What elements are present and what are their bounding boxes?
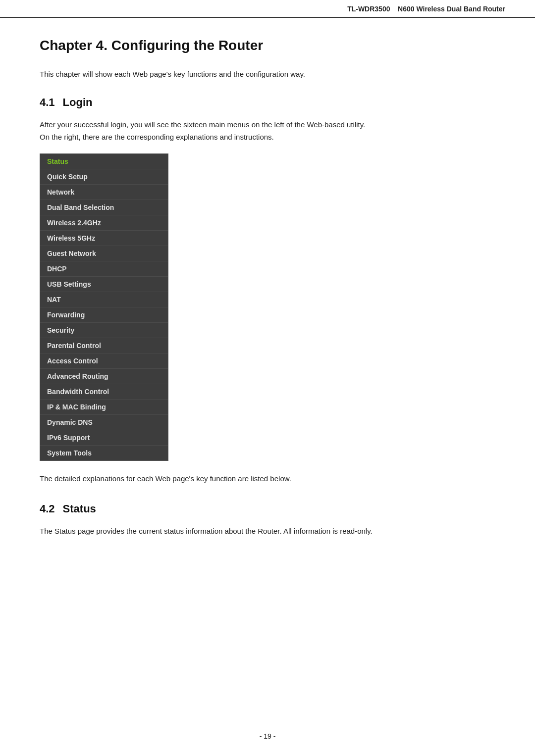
menu-item-advanced-routing[interactable]: Advanced Routing [40, 369, 168, 384]
menu-item-ip--mac-binding[interactable]: IP & MAC Binding [40, 400, 168, 415]
section-login-heading: 4.1 Login [40, 96, 495, 109]
menu-item-bandwidth-control[interactable]: Bandwidth Control [40, 384, 168, 400]
menu-item-dual-band-selection[interactable]: Dual Band Selection [40, 200, 168, 215]
section-login-title: Login [63, 96, 93, 109]
section-login-number: 4.1 [40, 96, 55, 109]
menu-item-wireless-5ghz[interactable]: Wireless 5GHz [40, 231, 168, 246]
chapter-intro: This chapter will show each Web page's k… [40, 68, 495, 80]
menu-item-guest-network[interactable]: Guest Network [40, 246, 168, 261]
nav-menu: StatusQuick SetupNetworkDual Band Select… [40, 153, 168, 461]
section-status-heading: 4.2 Status [40, 503, 495, 515]
menu-item-ipv6-support[interactable]: IPv6 Support [40, 430, 168, 446]
section-status-body: The Status page provides the current sta… [40, 525, 495, 538]
header-model: TL-WDR3500 N600 Wireless Dual Band Route… [347, 5, 505, 13]
menu-item-quick-setup[interactable]: Quick Setup [40, 169, 168, 185]
menu-item-security[interactable]: Security [40, 323, 168, 338]
menu-item-forwarding[interactable]: Forwarding [40, 307, 168, 323]
menu-item-status[interactable]: Status [40, 154, 168, 169]
chapter-title: Chapter 4. Configuring the Router [40, 38, 495, 53]
menu-item-access-control[interactable]: Access Control [40, 353, 168, 369]
header-bar: TL-WDR3500 N600 Wireless Dual Band Route… [0, 0, 535, 18]
menu-item-usb-settings[interactable]: USB Settings [40, 277, 168, 292]
model-name: N600 Wireless Dual Band Router [398, 5, 505, 13]
section-status-title: Status [63, 503, 96, 515]
menu-item-dynamic-dns[interactable]: Dynamic DNS [40, 415, 168, 430]
page-number: - 19 - [260, 732, 276, 740]
menu-item-parental-control[interactable]: Parental Control [40, 338, 168, 353]
after-menu-text: The detailed explanations for each Web p… [40, 473, 495, 485]
page-container: TL-WDR3500 N600 Wireless Dual Band Route… [0, 0, 535, 756]
section-login-body1: After your successful login, you will se… [40, 119, 495, 144]
menu-item-dhcp[interactable]: DHCP [40, 261, 168, 277]
menu-item-network[interactable]: Network [40, 185, 168, 200]
section-status-number: 4.2 [40, 503, 55, 515]
menu-item-nat[interactable]: NAT [40, 292, 168, 307]
menu-item-system-tools[interactable]: System Tools [40, 446, 168, 460]
menu-item-wireless-24ghz[interactable]: Wireless 2.4GHz [40, 215, 168, 231]
main-content: Chapter 4. Configuring the Router This c… [0, 18, 535, 567]
section-status: 4.2 Status The Status page provides the … [40, 503, 495, 538]
model-id: TL-WDR3500 [347, 5, 390, 13]
